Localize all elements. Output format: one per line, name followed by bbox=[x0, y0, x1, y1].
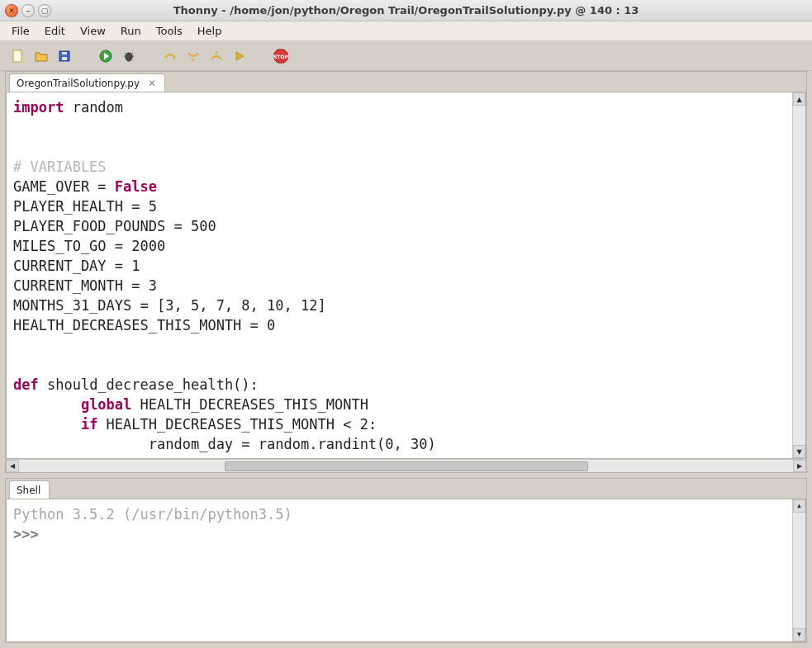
shell-tab-label: Shell bbox=[17, 485, 40, 496]
editor-horizontal-scrollbar[interactable]: ◀ ▶ bbox=[6, 459, 806, 472]
shell-area[interactable]: Python 3.5.2 (/usr/bin/python3.5) >>> ▲ … bbox=[6, 499, 806, 642]
svg-rect-2 bbox=[62, 57, 67, 60]
editor-area[interactable]: import random # VARIABLES GAME_OVER = Fa… bbox=[6, 92, 806, 459]
editor-tab-label: OregonTrailSolutionpy.py bbox=[17, 78, 140, 89]
step-over-icon[interactable] bbox=[162, 48, 178, 64]
open-file-icon[interactable] bbox=[33, 48, 50, 64]
stop-icon[interactable]: STOP bbox=[273, 48, 289, 64]
toolbar: STOP bbox=[0, 41, 812, 71]
workspace: OregonTrailSolutionpy.py ✕ import random… bbox=[0, 71, 812, 648]
menu-view[interactable]: View bbox=[74, 23, 112, 39]
titlebar: ✕ – ▢ Thonny - /home/jon/python/Oregon T… bbox=[0, 0, 812, 21]
shell-prompt: >>> bbox=[13, 526, 47, 542]
menu-run[interactable]: Run bbox=[114, 23, 148, 39]
svg-rect-3 bbox=[62, 52, 67, 54]
svg-text:STOP: STOP bbox=[273, 54, 288, 59]
minimize-button[interactable]: – bbox=[21, 4, 35, 17]
new-file-icon[interactable] bbox=[10, 48, 26, 64]
svg-marker-12 bbox=[192, 59, 195, 62]
scroll-up-icon[interactable]: ▲ bbox=[793, 499, 805, 513]
close-button[interactable]: ✕ bbox=[5, 4, 18, 17]
scroll-thumb[interactable] bbox=[225, 461, 588, 471]
menubar: File Edit View Run Tools Help bbox=[0, 21, 812, 41]
window-title: Thonny - /home/jon/python/Oregon Trail/O… bbox=[173, 4, 639, 17]
step-into-icon[interactable] bbox=[185, 48, 202, 64]
menu-file[interactable]: File bbox=[5, 23, 36, 39]
editor-tab-active[interactable]: OregonTrailSolutionpy.py ✕ bbox=[9, 73, 165, 92]
scroll-up-icon[interactable]: ▲ bbox=[793, 92, 805, 106]
save-file-icon[interactable] bbox=[56, 48, 73, 64]
scroll-down-icon[interactable]: ▼ bbox=[793, 628, 805, 641]
editor-tabrow: OregonTrailSolutionpy.py ✕ bbox=[6, 72, 806, 92]
shell-version-line: Python 3.5.2 (/usr/bin/python3.5) bbox=[13, 506, 292, 523]
maximize-button[interactable]: ▢ bbox=[38, 4, 51, 17]
editor-panel: OregonTrailSolutionpy.py ✕ import random… bbox=[5, 71, 807, 473]
shell-panel: Shell Python 3.5.2 (/usr/bin/python3.5) … bbox=[5, 478, 807, 643]
svg-marker-13 bbox=[215, 50, 218, 54]
debug-icon[interactable] bbox=[121, 48, 137, 64]
shell-tabrow: Shell bbox=[6, 479, 806, 499]
resume-icon[interactable] bbox=[231, 48, 248, 64]
menu-edit[interactable]: Edit bbox=[38, 23, 72, 39]
editor-vertical-scrollbar[interactable]: ▲ ▼ bbox=[792, 92, 805, 458]
scroll-left-icon[interactable]: ◀ bbox=[6, 460, 19, 472]
scroll-down-icon[interactable]: ▼ bbox=[793, 445, 805, 458]
close-icon[interactable]: ✕ bbox=[148, 78, 156, 88]
shell-vertical-scrollbar[interactable]: ▲ ▼ bbox=[792, 499, 805, 641]
code-text[interactable]: import random # VARIABLES GAME_OVER = Fa… bbox=[7, 92, 792, 458]
menu-help[interactable]: Help bbox=[191, 23, 229, 39]
scroll-right-icon[interactable]: ▶ bbox=[793, 460, 806, 472]
shell-tab[interactable]: Shell bbox=[9, 480, 50, 499]
run-icon[interactable] bbox=[97, 48, 114, 64]
svg-marker-14 bbox=[236, 52, 244, 60]
step-out-icon[interactable] bbox=[208, 48, 225, 64]
menu-tools[interactable]: Tools bbox=[150, 23, 189, 39]
